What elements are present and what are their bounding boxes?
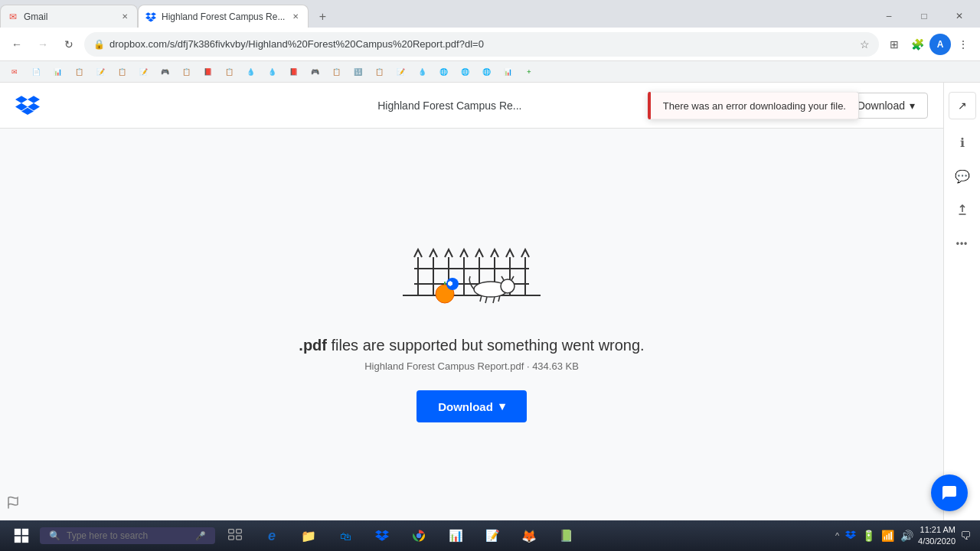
tab-search-button[interactable]: ⊞	[884, 34, 905, 55]
profile-button[interactable]: A	[929, 34, 951, 55]
sidebar-share-button[interactable]	[949, 196, 976, 223]
bookmark-docs6[interactable]: 📋	[176, 65, 196, 79]
taskbar-dropbox-button[interactable]	[365, 522, 399, 549]
svg-line-13	[501, 276, 504, 280]
bookmark-dropbox3-icon: 💧	[416, 67, 427, 77]
file-separator: ·	[527, 360, 530, 372]
excel-icon: 📗	[559, 529, 573, 543]
minimize-button[interactable]: –	[871, 5, 906, 28]
error-toast-text: There was an error downloading your file…	[663, 99, 846, 111]
error-message-text: .pdf files are supported but something w…	[299, 337, 644, 354]
bookmark-docs8[interactable]: 📋	[326, 65, 346, 79]
start-button[interactable]	[6, 522, 37, 549]
bookmark-docs5[interactable]: 📝	[133, 65, 153, 79]
bookmark-game2[interactable]: 🎮	[305, 65, 325, 79]
file-size: 434.63 KB	[532, 360, 579, 372]
bookmark-web3[interactable]: 🌐	[476, 65, 496, 79]
expand-icon: ↗	[958, 99, 967, 112]
taskbar-time[interactable]: 11:21 AM 4/30/2020	[918, 524, 956, 548]
maximize-button[interactable]: □	[906, 5, 942, 28]
settings-button[interactable]: ⋮	[952, 34, 974, 55]
bookmark-docs10[interactable]: 📝	[390, 65, 410, 79]
chat-bubble-button[interactable]	[931, 474, 968, 511]
back-button[interactable]: ←	[6, 34, 28, 55]
bookmark-sheets2[interactable]: 📊	[498, 65, 518, 79]
bookmark-game[interactable]: 🎮	[155, 65, 175, 79]
dropbox-tray-icon[interactable]	[845, 530, 856, 543]
new-tab-button[interactable]: +	[312, 6, 333, 28]
bookmark-dropbox2[interactable]: 💧	[262, 65, 282, 79]
extensions-button[interactable]: 🧩	[906, 34, 928, 55]
taskbar-word-button[interactable]: 📝	[475, 522, 509, 549]
header-download-label: Download	[858, 99, 905, 112]
bookmark-game-icon: 🎮	[159, 67, 170, 77]
taskbar-taskview-button[interactable]	[218, 522, 252, 549]
taskbar-store-button[interactable]: 🛍	[328, 522, 362, 549]
address-input-wrap[interactable]: 🔒 dropbox.com/s/dfj7k386fivkvby/Highland…	[84, 32, 879, 57]
bookmark-dropbox3[interactable]: 💧	[412, 65, 432, 79]
svg-line-16	[485, 297, 487, 303]
bookmark-web1[interactable]: 🌐	[433, 65, 453, 79]
flag-icon[interactable]	[6, 496, 21, 511]
bookmark-pdf2[interactable]: 📕	[283, 65, 303, 79]
tab-dropbox-close[interactable]: ✕	[289, 11, 302, 23]
forward-button[interactable]: →	[32, 34, 54, 55]
taskbar-ie-button[interactable]: e	[255, 522, 289, 549]
store-icon: 🛍	[340, 530, 351, 543]
tab-dropbox-title: Highland Forest Campus Re...	[162, 11, 285, 22]
error-content: .pdf files are supported but something w…	[0, 129, 943, 520]
taskbar-search[interactable]: 🔍 🎤	[40, 527, 215, 544]
taskbar-powerpoint-button[interactable]: 📊	[439, 522, 472, 549]
svg-rect-27	[15, 536, 21, 543]
main-download-button[interactable]: Download ▾	[416, 390, 527, 422]
bookmark-web2[interactable]: 🌐	[455, 65, 475, 79]
bookmark-dropbox1[interactable]: 💧	[240, 65, 260, 79]
error-rest: files are supported but something went w…	[327, 337, 645, 354]
bookmark-docs3[interactable]: 📝	[90, 65, 110, 79]
bookmark-pdf2-icon: 📕	[288, 67, 299, 77]
taskbar-firefox-button[interactable]: 🦊	[512, 522, 546, 549]
bookmark-star-icon[interactable]: ☆	[860, 38, 870, 51]
bookmark-docs2[interactable]: 📋	[69, 65, 89, 79]
tab-gmail[interactable]: ✉ Gmail ✕	[0, 5, 138, 28]
taskbar-excel-button[interactable]: 📗	[549, 522, 583, 549]
url-text: dropbox.com/s/dfj7k386fivkvby/Highland%2…	[109, 38, 855, 50]
svg-rect-26	[22, 529, 28, 535]
bookmark-docs7-icon: 📋	[224, 67, 234, 77]
bookmark-pdf[interactable]: 📕	[198, 65, 217, 79]
refresh-button[interactable]: ↻	[58, 34, 80, 55]
bookmark-sheets[interactable]: 📊	[47, 65, 67, 79]
bookmark-num[interactable]: 🔢	[348, 65, 368, 79]
bookmark-docs9[interactable]: 📋	[369, 65, 389, 79]
bookmark-game2-icon: 🎮	[309, 67, 320, 77]
bookmark-gmail[interactable]: ✉	[5, 65, 24, 79]
battery-icon: 🔋	[862, 530, 875, 542]
bookmark-web1-icon: 🌐	[438, 67, 449, 77]
bookmark-num-icon: 🔢	[352, 67, 363, 77]
tab-gmail-close[interactable]: ✕	[119, 11, 131, 23]
taskbar-right: ^ 🔋 📶 🔊 11:21 AM 4/30/2020 🗨	[835, 524, 974, 548]
sidebar-comment-button[interactable]: 💬	[949, 162, 976, 190]
notifications-icon[interactable]: 🗨	[960, 530, 971, 542]
sidebar-expand-button[interactable]: ↗	[949, 92, 976, 119]
close-button[interactable]: ✕	[942, 5, 977, 28]
system-tray-expand[interactable]: ^	[835, 531, 839, 540]
error-ext: .pdf	[299, 337, 327, 354]
taskbar-search-input[interactable]	[67, 530, 189, 541]
bookmark-docs1[interactable]: 📄	[26, 65, 46, 79]
dropbox-tab-favicon	[145, 11, 157, 23]
svg-rect-31	[229, 536, 234, 540]
bookmark-docs2-icon: 📋	[74, 67, 84, 77]
sidebar-info-button[interactable]: ℹ	[949, 129, 976, 156]
bookmark-add[interactable]: +	[519, 65, 539, 79]
taskbar-chrome-button[interactable]	[402, 522, 436, 549]
file-name: Highland Forest Campus Report.pdf	[364, 360, 524, 372]
bookmark-docs7[interactable]: 📋	[219, 65, 239, 79]
dropbox-logo[interactable]	[15, 93, 40, 118]
sidebar-more-button[interactable]: •••	[949, 230, 976, 257]
bookmark-docs4[interactable]: 📋	[112, 65, 132, 79]
taskbar-mic-icon: 🎤	[195, 531, 206, 541]
tab-dropbox[interactable]: Highland Forest Campus Re... ✕	[138, 5, 309, 28]
taskbar-explorer-button[interactable]: 📁	[292, 522, 325, 549]
bookmark-web3-icon: 🌐	[481, 67, 492, 77]
